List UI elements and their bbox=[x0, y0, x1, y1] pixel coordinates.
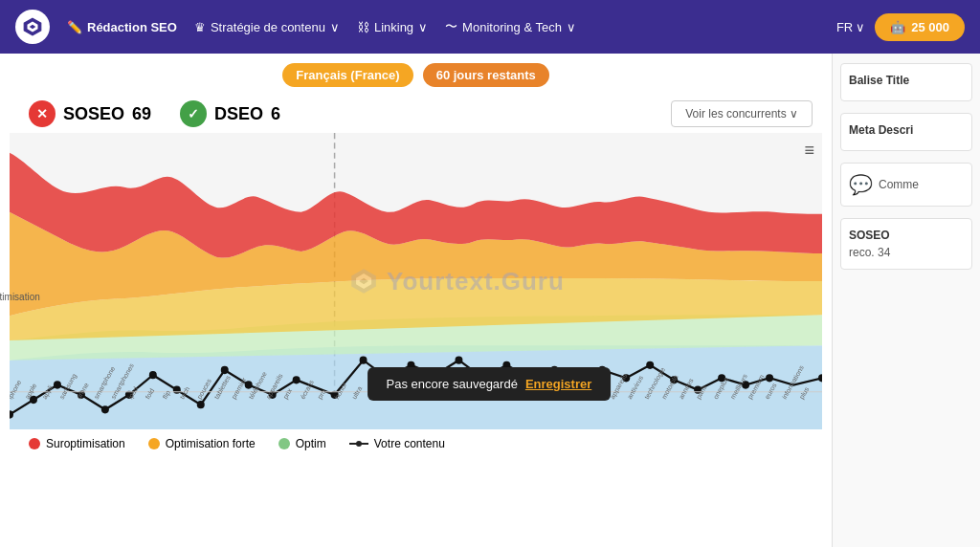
crown-icon: ♛ bbox=[194, 20, 206, 34]
chat-icon: 💬 bbox=[849, 173, 873, 196]
optimisation-forte-dot bbox=[148, 438, 160, 449]
remaining-badge: 60 jours restants bbox=[423, 63, 549, 87]
legend-contenu: Votre contenu bbox=[349, 437, 445, 450]
svg-point-14 bbox=[149, 371, 157, 379]
legend-row: Suroptimisation Optimisation forte Optim… bbox=[0, 429, 832, 458]
credits-button[interactable]: 🤖 25 000 bbox=[875, 13, 965, 41]
badges-row: Français (France) 60 jours restants bbox=[0, 54, 832, 95]
pencil-icon: ✏️ bbox=[67, 20, 82, 34]
legend-optim: Optim bbox=[278, 437, 326, 450]
svg-point-16 bbox=[197, 401, 205, 408]
chart-menu-button[interactable]: ≡ bbox=[804, 141, 814, 161]
svg-point-22 bbox=[360, 357, 368, 364]
chevron-down-icon: ∨ bbox=[856, 20, 865, 34]
meta-desc-card[interactable]: Meta Descri bbox=[840, 113, 972, 151]
svg-point-34 bbox=[646, 361, 654, 369]
contenu-line bbox=[349, 443, 368, 445]
svg-point-15 bbox=[173, 386, 181, 394]
svg-point-12 bbox=[101, 405, 109, 413]
svg-point-20 bbox=[293, 376, 301, 383]
chevron-down-icon: ∨ bbox=[567, 20, 576, 34]
robot-icon: 🤖 bbox=[890, 20, 905, 34]
suroptimisation-dot bbox=[29, 438, 40, 449]
svg-point-10 bbox=[54, 381, 61, 388]
dseo-icon: ✓ bbox=[180, 100, 207, 127]
main-header: ✏️ Rédaction SEO ♛ Stratégie de contenu … bbox=[0, 0, 980, 54]
y-axis-label: Optimisation bbox=[0, 292, 40, 302]
comment-card[interactable]: 💬 Comme bbox=[840, 163, 972, 207]
chevron-down-icon: ∨ bbox=[330, 20, 340, 34]
pulse-icon: 〜 bbox=[445, 18, 457, 35]
logo[interactable] bbox=[15, 10, 50, 44]
soseo-card: SOSEO reco. 34 bbox=[840, 218, 972, 270]
optim-dot bbox=[278, 438, 290, 449]
soseo-score: ✕ SOSEO 69 bbox=[29, 100, 151, 127]
legend-optimisation-forte: Optimisation forte bbox=[148, 437, 256, 450]
main-container: Français (France) 60 jours restants ✕ SO… bbox=[0, 54, 980, 547]
svg-point-26 bbox=[455, 357, 462, 364]
chevron-down-icon: ∨ bbox=[418, 20, 428, 34]
header-right: FR ∨ 🤖 25 000 bbox=[836, 13, 965, 41]
score-row: ✕ SOSEO 69 ✓ DSEO 6 Voir les concurrents… bbox=[0, 95, 832, 133]
enregistrer-link[interactable]: Enregistrer bbox=[525, 377, 591, 391]
dseo-score: ✓ DSEO 6 bbox=[180, 100, 280, 127]
nav-strategie[interactable]: ♛ Stratégie de contenu ∨ bbox=[194, 20, 340, 34]
nav-redaction[interactable]: ✏️ Rédaction SEO bbox=[67, 20, 177, 34]
right-sidebar: Balise Title Meta Descri 💬 Comme SOSEO r… bbox=[832, 54, 980, 547]
nav-monitoring[interactable]: 〜 Monitoring & Tech ∨ bbox=[445, 18, 576, 35]
svg-point-39 bbox=[766, 374, 773, 382]
svg-point-17 bbox=[221, 366, 229, 374]
voir-concurrents-button[interactable]: Voir les concurrents ∨ bbox=[671, 100, 813, 127]
link-icon: ⛓ bbox=[357, 20, 369, 34]
chart-container: Optimisation ≡ Yourtext.Guru bbox=[10, 133, 822, 429]
toast-notification: Pas encore sauvegardé Enregistrer bbox=[368, 367, 612, 401]
legend-suroptimisation: Suroptimisation bbox=[29, 437, 125, 450]
content-area: Français (France) 60 jours restants ✕ SO… bbox=[0, 54, 832, 547]
balise-title-card[interactable]: Balise Title bbox=[840, 63, 972, 101]
soseo-icon: ✕ bbox=[29, 100, 56, 127]
language-badge: Français (France) bbox=[282, 63, 412, 87]
nav-linking[interactable]: ⛓ Linking ∨ bbox=[357, 20, 428, 34]
language-selector[interactable]: FR ∨ bbox=[836, 20, 865, 34]
